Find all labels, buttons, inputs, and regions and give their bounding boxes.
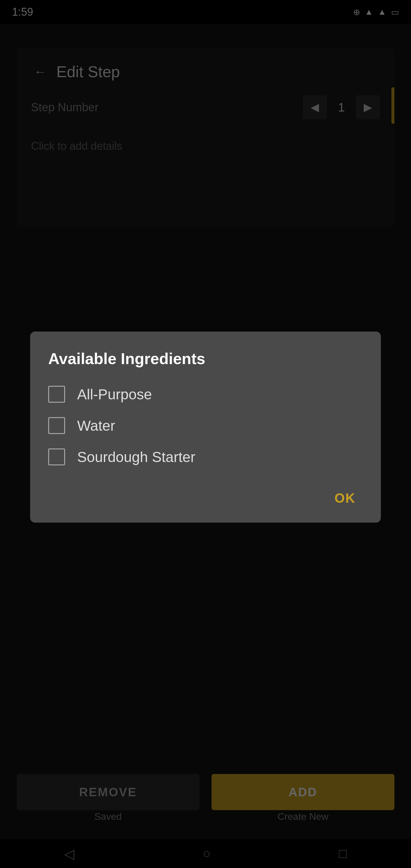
ingredient-name-water: Water [77, 417, 115, 434]
dialog-actions: OK [48, 480, 363, 510]
ok-button[interactable]: OK [327, 486, 363, 510]
checkbox-all-purpose[interactable] [48, 386, 65, 403]
ingredient-item-sourdough-starter[interactable]: Sourdough Starter [48, 448, 363, 465]
dialog-title: Available Ingredients [48, 350, 363, 368]
checkbox-water[interactable] [48, 417, 65, 434]
ingredient-name-sourdough-starter: Sourdough Starter [77, 449, 195, 465]
available-ingredients-dialog: Available Ingredients All-Purpose Water … [30, 332, 381, 523]
ingredient-name-all-purpose: All-Purpose [77, 386, 152, 403]
checkbox-sourdough-starter[interactable] [48, 448, 65, 465]
ingredient-item-water[interactable]: Water [48, 417, 363, 434]
ingredient-item-all-purpose[interactable]: All-Purpose [48, 386, 363, 403]
